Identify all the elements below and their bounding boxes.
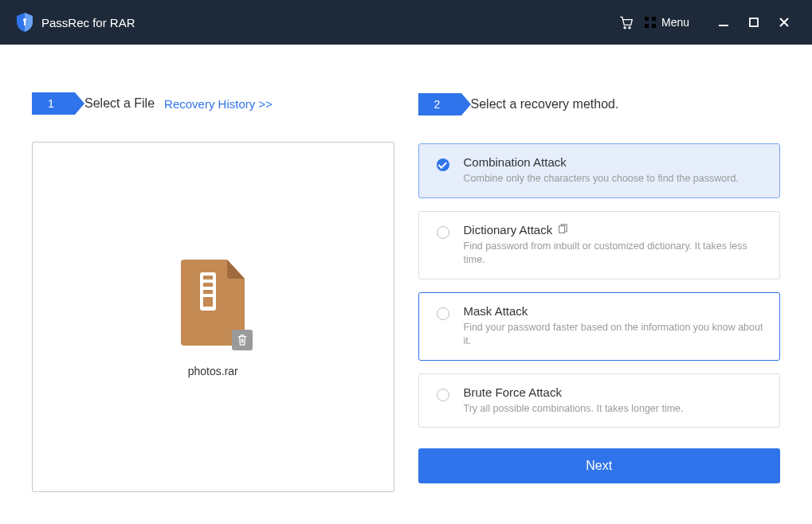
maximize-button[interactable] (742, 10, 766, 34)
app-title: PassRec for RAR (41, 16, 135, 29)
selected-file-name: photos.rar (188, 365, 238, 377)
radio-selected-icon (437, 158, 449, 171)
svg-rect-15 (203, 290, 213, 294)
svg-rect-14 (203, 283, 213, 287)
svg-point-2 (624, 27, 626, 29)
step2-header: 2 Select a recovery method. (418, 92, 781, 116)
app-logo: PassRec for RAR (16, 12, 135, 33)
minimize-button[interactable] (712, 10, 736, 34)
cart-button[interactable] (614, 10, 637, 34)
radio-icon (437, 307, 449, 320)
radio-icon (437, 389, 449, 401)
method-desc: Find password from inbuilt or customized… (464, 240, 766, 268)
svg-rect-1 (24, 21, 25, 25)
method-dictionary-attack[interactable]: Dictionary Attack Find password from inb… (418, 211, 781, 280)
step2-title: Select a recovery method. (471, 97, 619, 111)
svg-rect-9 (750, 18, 758, 26)
file-dropzone[interactable]: photos.rar (32, 142, 394, 492)
shield-icon (16, 12, 33, 33)
recovery-methods-list: Combination Attack Combine only the char… (418, 143, 781, 428)
minimize-icon (718, 17, 729, 28)
svg-rect-5 (652, 17, 656, 21)
svg-point-3 (629, 27, 630, 29)
method-title: Mask Attack (464, 304, 528, 318)
svg-rect-13 (203, 276, 213, 280)
close-icon (779, 17, 790, 28)
step1-header: 1 Select a File Recovery History >> (32, 92, 394, 115)
copy-icon (557, 224, 568, 235)
titlebar: PassRec for RAR Menu (0, 0, 812, 45)
cart-icon (618, 14, 634, 30)
svg-rect-7 (652, 24, 656, 28)
method-brute-force-attack[interactable]: Brute Force Attack Try all possible comb… (418, 373, 781, 428)
radio-icon (437, 226, 449, 239)
recovery-history-link[interactable]: Recovery History >> (164, 97, 273, 111)
step2-badge: 2 (418, 93, 461, 115)
step2-column: 2 Select a recovery method. Combination … (418, 92, 781, 492)
close-button[interactable] (772, 10, 796, 34)
grid-icon (644, 16, 657, 29)
svg-rect-16 (203, 297, 213, 307)
method-title: Dictionary Attack (464, 223, 553, 237)
method-title: Brute Force Attack (464, 385, 562, 399)
remove-file-button[interactable] (232, 330, 253, 350)
maximize-icon (748, 17, 759, 28)
svg-rect-6 (645, 24, 649, 28)
svg-rect-4 (645, 17, 649, 21)
method-desc: Try all possible combinations. It takes … (464, 402, 766, 416)
menu-button[interactable]: Menu (644, 16, 689, 29)
selected-file-icon (175, 256, 251, 349)
method-mask-attack[interactable]: Mask Attack Find your password faster ba… (418, 292, 781, 361)
method-combination-attack[interactable]: Combination Attack Combine only the char… (418, 143, 781, 198)
step1-badge: 1 (32, 92, 75, 115)
trash-icon (237, 334, 248, 346)
step1-column: 1 Select a File Recovery History >> (32, 92, 394, 492)
menu-label: Menu (661, 16, 689, 29)
svg-rect-19 (559, 226, 565, 233)
step1-title: Select a File (84, 96, 155, 111)
method-desc: Find your password faster based on the i… (464, 321, 766, 349)
next-button[interactable]: Next (418, 448, 781, 483)
method-title: Combination Attack (464, 155, 567, 169)
method-desc: Combine only the characters you choose t… (464, 172, 766, 186)
